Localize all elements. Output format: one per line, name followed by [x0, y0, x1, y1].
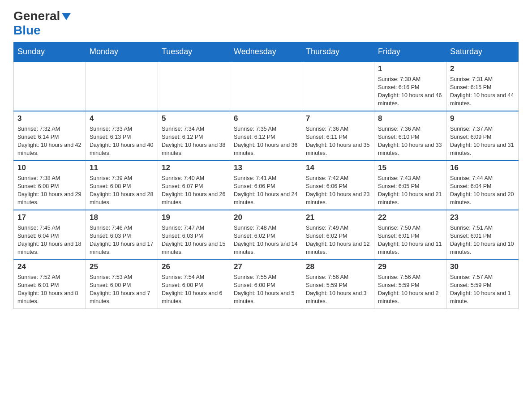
day-number: 19 [162, 213, 226, 222]
day-cell-9: 9Sunrise: 7:37 AMSunset: 6:09 PMDaylight… [446, 111, 519, 161]
day-cell-24: 24Sunrise: 7:52 AMSunset: 6:01 PMDayligh… [14, 259, 86, 308]
day-cell-25: 25Sunrise: 7:53 AMSunset: 6:00 PMDayligh… [86, 259, 158, 308]
day-number: 26 [162, 262, 226, 271]
calendar-table: SundayMondayTuesdayWednesdayThursdayFrid… [13, 42, 519, 309]
day-cell-11: 11Sunrise: 7:39 AMSunset: 6:08 PMDayligh… [86, 160, 158, 210]
col-header-monday: Monday [86, 43, 158, 62]
day-number: 7 [306, 114, 370, 123]
day-number: 16 [450, 163, 515, 172]
day-cell-14: 14Sunrise: 7:42 AMSunset: 6:06 PMDayligh… [302, 160, 374, 210]
day-info: Sunrise: 7:36 AMSunset: 6:11 PMDaylight:… [306, 125, 370, 158]
week-row-3: 10Sunrise: 7:38 AMSunset: 6:08 PMDayligh… [14, 160, 519, 210]
day-cell-22: 22Sunrise: 7:50 AMSunset: 6:01 PMDayligh… [374, 210, 446, 260]
day-info: Sunrise: 7:51 AMSunset: 6:01 PMDaylight:… [450, 224, 515, 257]
day-info: Sunrise: 7:30 AMSunset: 6:16 PMDaylight:… [378, 75, 442, 108]
day-cell-empty-4 [302, 61, 374, 111]
day-number: 3 [17, 114, 82, 123]
day-info: Sunrise: 7:34 AMSunset: 6:12 PMDaylight:… [162, 125, 226, 158]
col-header-sunday: Sunday [14, 43, 86, 62]
day-info: Sunrise: 7:35 AMSunset: 6:12 PMDaylight:… [234, 125, 298, 158]
day-info: Sunrise: 7:57 AMSunset: 5:59 PMDaylight:… [450, 273, 515, 306]
day-number: 10 [17, 163, 82, 172]
day-info: Sunrise: 7:38 AMSunset: 6:08 PMDaylight:… [17, 174, 82, 207]
day-info: Sunrise: 7:40 AMSunset: 6:07 PMDaylight:… [162, 174, 226, 207]
day-cell-23: 23Sunrise: 7:51 AMSunset: 6:01 PMDayligh… [446, 210, 519, 260]
day-info: Sunrise: 7:53 AMSunset: 6:00 PMDaylight:… [90, 273, 154, 306]
day-cell-18: 18Sunrise: 7:46 AMSunset: 6:03 PMDayligh… [86, 210, 158, 260]
logo-general-text: General [13, 9, 60, 23]
day-number: 8 [378, 114, 442, 123]
day-number: 21 [306, 213, 370, 222]
day-number: 23 [450, 213, 515, 222]
day-info: Sunrise: 7:52 AMSunset: 6:01 PMDaylight:… [17, 273, 82, 306]
day-info: Sunrise: 7:31 AMSunset: 6:15 PMDaylight:… [450, 75, 515, 108]
day-number: 30 [450, 262, 515, 271]
col-header-thursday: Thursday [302, 43, 374, 62]
day-cell-19: 19Sunrise: 7:47 AMSunset: 6:03 PMDayligh… [158, 210, 230, 260]
col-header-friday: Friday [374, 43, 446, 62]
day-info: Sunrise: 7:55 AMSunset: 6:00 PMDaylight:… [234, 273, 298, 306]
day-cell-2: 2Sunrise: 7:31 AMSunset: 6:15 PMDaylight… [446, 61, 519, 111]
calendar-header-row: SundayMondayTuesdayWednesdayThursdayFrid… [14, 43, 519, 62]
day-cell-7: 7Sunrise: 7:36 AMSunset: 6:11 PMDaylight… [302, 111, 374, 161]
day-number: 17 [17, 213, 82, 222]
week-row-1: 1Sunrise: 7:30 AMSunset: 6:16 PMDaylight… [14, 61, 519, 111]
day-number: 29 [378, 262, 442, 271]
day-info: Sunrise: 7:44 AMSunset: 6:04 PMDaylight:… [450, 174, 515, 207]
col-header-wednesday: Wednesday [230, 43, 302, 62]
day-info: Sunrise: 7:47 AMSunset: 6:03 PMDaylight:… [162, 224, 226, 257]
week-row-2: 3Sunrise: 7:32 AMSunset: 6:14 PMDaylight… [14, 111, 519, 161]
day-cell-13: 13Sunrise: 7:41 AMSunset: 6:06 PMDayligh… [230, 160, 302, 210]
day-cell-empty-1 [86, 61, 158, 111]
day-number: 15 [378, 163, 442, 172]
day-number: 28 [306, 262, 370, 271]
day-info: Sunrise: 7:32 AMSunset: 6:14 PMDaylight:… [17, 125, 82, 158]
day-cell-17: 17Sunrise: 7:45 AMSunset: 6:04 PMDayligh… [14, 210, 86, 260]
day-cell-5: 5Sunrise: 7:34 AMSunset: 6:12 PMDaylight… [158, 111, 230, 161]
day-cell-21: 21Sunrise: 7:49 AMSunset: 6:02 PMDayligh… [302, 210, 374, 260]
day-number: 9 [450, 114, 515, 123]
day-cell-15: 15Sunrise: 7:43 AMSunset: 6:05 PMDayligh… [374, 160, 446, 210]
day-cell-28: 28Sunrise: 7:56 AMSunset: 5:59 PMDayligh… [302, 259, 374, 308]
day-cell-3: 3Sunrise: 7:32 AMSunset: 6:14 PMDaylight… [14, 111, 86, 161]
day-cell-20: 20Sunrise: 7:48 AMSunset: 6:02 PMDayligh… [230, 210, 302, 260]
day-info: Sunrise: 7:46 AMSunset: 6:03 PMDaylight:… [90, 224, 154, 257]
day-cell-29: 29Sunrise: 7:56 AMSunset: 5:59 PMDayligh… [374, 259, 446, 308]
week-row-4: 17Sunrise: 7:45 AMSunset: 6:04 PMDayligh… [14, 210, 519, 260]
day-number: 6 [234, 114, 298, 123]
day-number: 20 [234, 213, 298, 222]
day-info: Sunrise: 7:54 AMSunset: 6:00 PMDaylight:… [162, 273, 226, 306]
day-cell-10: 10Sunrise: 7:38 AMSunset: 6:08 PMDayligh… [14, 160, 86, 210]
day-number: 14 [306, 163, 370, 172]
day-cell-27: 27Sunrise: 7:55 AMSunset: 6:00 PMDayligh… [230, 259, 302, 308]
day-info: Sunrise: 7:33 AMSunset: 6:13 PMDaylight:… [90, 125, 154, 158]
day-info: Sunrise: 7:41 AMSunset: 6:06 PMDaylight:… [234, 174, 298, 207]
logo: General Blue [13, 9, 71, 38]
day-info: Sunrise: 7:36 AMSunset: 6:10 PMDaylight:… [378, 125, 442, 158]
day-cell-8: 8Sunrise: 7:36 AMSunset: 6:10 PMDaylight… [374, 111, 446, 161]
day-number: 5 [162, 114, 226, 123]
day-cell-16: 16Sunrise: 7:44 AMSunset: 6:04 PMDayligh… [446, 160, 519, 210]
day-info: Sunrise: 7:56 AMSunset: 5:59 PMDaylight:… [378, 273, 442, 306]
logo-triangle-icon [62, 13, 71, 20]
day-number: 13 [234, 163, 298, 172]
day-info: Sunrise: 7:37 AMSunset: 6:09 PMDaylight:… [450, 125, 515, 158]
day-cell-30: 30Sunrise: 7:57 AMSunset: 5:59 PMDayligh… [446, 259, 519, 308]
day-info: Sunrise: 7:43 AMSunset: 6:05 PMDaylight:… [378, 174, 442, 207]
day-number: 12 [162, 163, 226, 172]
day-cell-empty-0 [14, 61, 86, 111]
day-number: 4 [90, 114, 154, 123]
col-header-tuesday: Tuesday [158, 43, 230, 62]
day-number: 22 [378, 213, 442, 222]
week-row-5: 24Sunrise: 7:52 AMSunset: 6:01 PMDayligh… [14, 259, 519, 308]
day-number: 25 [90, 262, 154, 271]
day-number: 24 [17, 262, 82, 271]
header: General Blue [13, 9, 519, 38]
day-info: Sunrise: 7:42 AMSunset: 6:06 PMDaylight:… [306, 174, 370, 207]
day-info: Sunrise: 7:56 AMSunset: 5:59 PMDaylight:… [306, 273, 370, 306]
day-number: 11 [90, 163, 154, 172]
day-cell-26: 26Sunrise: 7:54 AMSunset: 6:00 PMDayligh… [158, 259, 230, 308]
day-info: Sunrise: 7:45 AMSunset: 6:04 PMDaylight:… [17, 224, 82, 257]
col-header-saturday: Saturday [446, 43, 519, 62]
day-info: Sunrise: 7:50 AMSunset: 6:01 PMDaylight:… [378, 224, 442, 257]
